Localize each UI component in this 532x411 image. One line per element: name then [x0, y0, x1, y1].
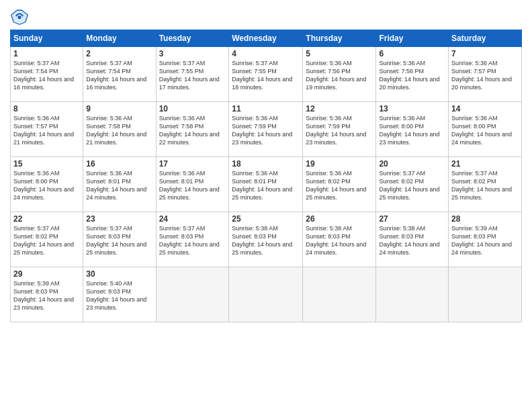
table-row: [376, 267, 449, 322]
col-sunday: Sunday: [11, 30, 83, 47]
table-row: 8Sunrise: 5:36 AM Sunset: 7:57 PM Daylig…: [11, 102, 83, 157]
table-row: 26Sunrise: 5:38 AM Sunset: 8:03 PM Dayli…: [303, 212, 376, 267]
day-number: 21: [451, 159, 519, 169]
table-row: 7Sunrise: 5:36 AM Sunset: 7:57 PM Daylig…: [449, 47, 522, 102]
day-info: Sunrise: 5:36 AM Sunset: 8:01 PM Dayligh…: [232, 169, 300, 202]
col-friday: Friday: [376, 30, 449, 47]
table-row: 16Sunrise: 5:36 AM Sunset: 8:01 PM Dayli…: [83, 157, 156, 212]
table-row: 18Sunrise: 5:36 AM Sunset: 8:01 PM Dayli…: [229, 157, 303, 212]
table-row: 23Sunrise: 5:37 AM Sunset: 8:03 PM Dayli…: [83, 212, 156, 267]
day-info: Sunrise: 5:36 AM Sunset: 8:01 PM Dayligh…: [86, 169, 152, 202]
table-row: 1Sunrise: 5:37 AM Sunset: 7:54 PM Daylig…: [11, 47, 83, 102]
day-info: Sunrise: 5:36 AM Sunset: 8:00 PM Dayligh…: [13, 169, 80, 202]
table-row: 24Sunrise: 5:37 AM Sunset: 8:03 PM Dayli…: [156, 212, 229, 267]
page: Sunday Monday Tuesday Wednesday Thursday…: [0, 0, 532, 411]
day-info: Sunrise: 5:36 AM Sunset: 8:00 PM Dayligh…: [379, 114, 445, 147]
day-info: Sunrise: 5:37 AM Sunset: 7:54 PM Dayligh…: [86, 59, 152, 92]
day-info: Sunrise: 5:40 AM Sunset: 8:03 PM Dayligh…: [86, 279, 152, 312]
col-tuesday: Tuesday: [156, 30, 229, 47]
day-info: Sunrise: 5:38 AM Sunset: 8:03 PM Dayligh…: [306, 224, 373, 257]
day-info: Sunrise: 5:36 AM Sunset: 7:58 PM Dayligh…: [86, 114, 152, 147]
day-number: 18: [232, 159, 300, 169]
table-row: [229, 267, 303, 322]
calendar-table: Sunday Monday Tuesday Wednesday Thursday…: [10, 30, 522, 322]
col-saturday: Saturday: [449, 30, 522, 47]
table-row: 13Sunrise: 5:36 AM Sunset: 8:00 PM Dayli…: [376, 102, 449, 157]
table-row: [449, 267, 522, 322]
table-row: 20Sunrise: 5:37 AM Sunset: 8:02 PM Dayli…: [376, 157, 449, 212]
day-number: 4: [232, 49, 300, 58]
day-info: Sunrise: 5:36 AM Sunset: 8:02 PM Dayligh…: [306, 169, 373, 202]
day-info: Sunrise: 5:39 AM Sunset: 8:03 PM Dayligh…: [13, 279, 80, 312]
calendar-week-row: 22Sunrise: 5:37 AM Sunset: 8:02 PM Dayli…: [11, 212, 522, 267]
day-info: Sunrise: 5:36 AM Sunset: 7:56 PM Dayligh…: [306, 59, 373, 92]
table-row: 22Sunrise: 5:37 AM Sunset: 8:02 PM Dayli…: [11, 212, 83, 267]
col-monday: Monday: [83, 30, 156, 47]
table-row: 3Sunrise: 5:37 AM Sunset: 7:55 PM Daylig…: [156, 47, 229, 102]
day-number: 13: [379, 104, 445, 113]
day-number: 5: [306, 49, 373, 58]
day-info: Sunrise: 5:36 AM Sunset: 7:57 PM Dayligh…: [13, 114, 80, 147]
table-row: 30Sunrise: 5:40 AM Sunset: 8:03 PM Dayli…: [83, 267, 156, 322]
calendar-week-row: 29Sunrise: 5:39 AM Sunset: 8:03 PM Dayli…: [11, 267, 522, 322]
table-row: 19Sunrise: 5:36 AM Sunset: 8:02 PM Dayli…: [303, 157, 376, 212]
table-row: 10Sunrise: 5:36 AM Sunset: 7:58 PM Dayli…: [156, 102, 229, 157]
day-number: 1: [13, 49, 80, 58]
day-number: 25: [232, 214, 300, 224]
day-info: Sunrise: 5:36 AM Sunset: 7:58 PM Dayligh…: [159, 114, 226, 147]
col-wednesday: Wednesday: [229, 30, 303, 47]
day-number: 23: [86, 214, 152, 224]
table-row: 25Sunrise: 5:38 AM Sunset: 8:03 PM Dayli…: [229, 212, 303, 267]
day-info: Sunrise: 5:37 AM Sunset: 7:55 PM Dayligh…: [232, 59, 300, 92]
day-number: 7: [451, 49, 519, 58]
day-number: 2: [86, 49, 152, 58]
day-info: Sunrise: 5:37 AM Sunset: 8:03 PM Dayligh…: [86, 224, 152, 257]
table-row: 2Sunrise: 5:37 AM Sunset: 7:54 PM Daylig…: [83, 47, 156, 102]
table-row: 27Sunrise: 5:38 AM Sunset: 8:03 PM Dayli…: [376, 212, 449, 267]
day-number: 10: [159, 104, 226, 113]
day-info: Sunrise: 5:36 AM Sunset: 7:56 PM Dayligh…: [379, 59, 445, 92]
day-info: Sunrise: 5:36 AM Sunset: 8:01 PM Dayligh…: [159, 169, 226, 202]
day-number: 22: [13, 214, 80, 224]
logo-icon: [10, 7, 29, 26]
day-info: Sunrise: 5:37 AM Sunset: 7:55 PM Dayligh…: [159, 59, 226, 92]
svg-point-2: [17, 15, 21, 19]
day-number: 11: [232, 104, 300, 113]
day-info: Sunrise: 5:37 AM Sunset: 8:02 PM Dayligh…: [451, 169, 519, 202]
table-row: 9Sunrise: 5:36 AM Sunset: 7:58 PM Daylig…: [83, 102, 156, 157]
day-number: 6: [379, 49, 445, 58]
calendar-header-row: Sunday Monday Tuesday Wednesday Thursday…: [11, 30, 522, 47]
day-number: 26: [306, 214, 373, 224]
day-info: Sunrise: 5:37 AM Sunset: 8:02 PM Dayligh…: [13, 224, 80, 257]
day-number: 14: [451, 104, 519, 113]
day-info: Sunrise: 5:36 AM Sunset: 7:59 PM Dayligh…: [232, 114, 300, 147]
day-number: 29: [13, 269, 80, 279]
table-row: 4Sunrise: 5:37 AM Sunset: 7:55 PM Daylig…: [229, 47, 303, 102]
col-thursday: Thursday: [303, 30, 376, 47]
table-row: 28Sunrise: 5:39 AM Sunset: 8:03 PM Dayli…: [449, 212, 522, 267]
day-number: 19: [306, 159, 373, 169]
table-row: 29Sunrise: 5:39 AM Sunset: 8:03 PM Dayli…: [11, 267, 83, 322]
table-row: [156, 267, 229, 322]
day-number: 28: [451, 214, 519, 224]
day-info: Sunrise: 5:38 AM Sunset: 8:03 PM Dayligh…: [379, 224, 445, 257]
day-number: 12: [306, 104, 373, 113]
table-row: 12Sunrise: 5:36 AM Sunset: 7:59 PM Dayli…: [303, 102, 376, 157]
day-number: 16: [86, 159, 152, 169]
calendar-week-row: 1Sunrise: 5:37 AM Sunset: 7:54 PM Daylig…: [11, 47, 522, 102]
header: [10, 7, 522, 26]
day-number: 9: [86, 104, 152, 113]
day-number: 24: [159, 214, 226, 224]
day-info: Sunrise: 5:37 AM Sunset: 8:03 PM Dayligh…: [159, 224, 226, 257]
day-number: 27: [379, 214, 445, 224]
calendar-week-row: 8Sunrise: 5:36 AM Sunset: 7:57 PM Daylig…: [11, 102, 522, 157]
day-number: 3: [159, 49, 226, 58]
table-row: [303, 267, 376, 322]
day-info: Sunrise: 5:37 AM Sunset: 7:54 PM Dayligh…: [13, 59, 80, 92]
table-row: 11Sunrise: 5:36 AM Sunset: 7:59 PM Dayli…: [229, 102, 303, 157]
day-info: Sunrise: 5:38 AM Sunset: 8:03 PM Dayligh…: [232, 224, 300, 257]
day-number: 17: [159, 159, 226, 169]
day-info: Sunrise: 5:37 AM Sunset: 8:02 PM Dayligh…: [379, 169, 445, 202]
day-info: Sunrise: 5:36 AM Sunset: 7:57 PM Dayligh…: [451, 59, 519, 92]
day-info: Sunrise: 5:39 AM Sunset: 8:03 PM Dayligh…: [451, 224, 519, 257]
